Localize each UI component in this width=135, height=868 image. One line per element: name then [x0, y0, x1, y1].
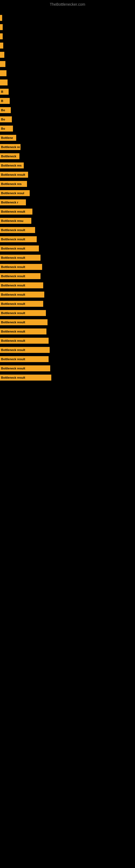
bar-row: Bottleneck resu: [0, 217, 135, 225]
bar-label: Bottleneck result: [1, 311, 25, 315]
result-bar: [0, 52, 4, 58]
result-bar: Bottleneck result: [0, 365, 50, 371]
bar-label: Bottleneck result: [1, 348, 25, 351]
result-bar: Bottleneck res: [0, 181, 27, 187]
bar-row: Bottleneck result: [0, 226, 135, 234]
bar-label: Bo: [1, 108, 5, 112]
bar-row: Bottleneck result: [0, 171, 135, 179]
bar-label: Bottleneck result: [1, 330, 25, 333]
bar-label: Bottleneck result: [1, 275, 25, 278]
bar-row: Bottleneck result: [0, 236, 135, 243]
bar-label: B: [1, 99, 3, 102]
result-bar: [0, 80, 8, 86]
result-bar: [0, 42, 3, 49]
result-bar: Bottleneck result: [0, 329, 46, 335]
bar-row: Bottlene: [0, 134, 135, 142]
bar-row: Bottleneck res: [0, 180, 135, 188]
bar-row: B: [0, 88, 135, 95]
result-bar: Bottleneck result: [0, 246, 39, 251]
bar-row: B: [0, 97, 135, 105]
bar-row: Bo: [0, 116, 135, 123]
bar-label: Bottleneck re: [1, 145, 20, 149]
bar-row: Bottleneck result: [0, 272, 135, 280]
result-bar: Bottleneck result: [0, 347, 50, 353]
bar-row: Bottleneck result: [0, 365, 135, 372]
result-bar: Bo: [0, 126, 13, 131]
bar-row: Bottleneck result: [0, 300, 135, 308]
result-bar: Bottleneck result: [0, 227, 35, 233]
bar-label: Bottleneck result: [1, 173, 25, 176]
bar-label: Bottleneck resu: [1, 219, 24, 222]
bar-row: Bottleneck: [0, 152, 135, 160]
bar-label: B: [1, 90, 3, 93]
bar-label: Bottleneck result: [1, 293, 25, 296]
bar-row: [0, 60, 135, 68]
bar-label: Bottleneck result: [1, 210, 25, 213]
bar-row: Bottleneck result: [0, 318, 135, 326]
result-bar: Bottleneck resul: [0, 190, 30, 196]
result-bar: [0, 70, 6, 76]
result-bar: Bottleneck result: [0, 209, 32, 215]
result-bar: Bottleneck result: [0, 338, 49, 344]
result-bar: Bottleneck result: [0, 319, 48, 325]
result-bar: [0, 24, 3, 30]
bar-row: Bottleneck result: [0, 245, 135, 252]
result-bar: B: [0, 89, 9, 95]
site-title: TheBottlenecker.com: [0, 0, 135, 9]
result-bar: Bottleneck result: [0, 172, 28, 178]
bar-row: Bottleneck result: [0, 208, 135, 215]
bar-label: Bo: [1, 127, 5, 130]
bar-row: Bottleneck res: [0, 162, 135, 169]
bar-row: Bottleneck result: [0, 263, 135, 271]
bar-label: Bottleneck result: [1, 321, 25, 324]
result-bar: Bottleneck result: [0, 375, 51, 380]
result-bar: Bo: [0, 116, 12, 122]
bar-row: Bo: [0, 106, 135, 114]
bar-row: [0, 23, 135, 31]
bar-label: Bottleneck resul: [1, 191, 24, 195]
bar-label: Bottleneck: [1, 155, 16, 158]
bar-label: Bottleneck result: [1, 284, 25, 287]
bar-label: Bottleneck result: [1, 302, 25, 305]
bar-label: Bottleneck res: [1, 182, 21, 186]
bar-row: Bottleneck result: [0, 282, 135, 289]
bar-row: Bottleneck r: [0, 198, 135, 206]
bar-label: Bottleneck res: [1, 164, 21, 167]
bar-label: Bottleneck result: [1, 358, 25, 361]
result-bar: Bottlene: [0, 135, 16, 141]
bar-label: Bottlene: [1, 136, 13, 140]
bar-label: Bottleneck result: [1, 256, 25, 259]
bar-row: Bo: [0, 125, 135, 132]
bar-label: Bottleneck r: [1, 201, 18, 204]
bar-row: [0, 14, 135, 22]
result-bar: Bottleneck result: [0, 273, 41, 279]
bar-row: [0, 42, 135, 50]
bar-label: Bottleneck result: [1, 339, 25, 342]
result-bar: Bottleneck: [0, 153, 19, 159]
bar-row: Bottleneck result: [0, 337, 135, 344]
result-bar: Bottleneck res: [0, 162, 24, 168]
bar-row: [0, 79, 135, 86]
bars-container: BBBoBoBoBottleneBottleneck reBottleneckB…: [0, 9, 135, 383]
result-bar: Bottleneck resu: [0, 218, 31, 224]
result-bar: [0, 61, 5, 67]
bar-label: Bottleneck result: [1, 228, 25, 231]
bar-row: [0, 33, 135, 40]
bar-label: Bottleneck result: [1, 376, 25, 379]
bar-row: [0, 51, 135, 59]
result-bar: Bottleneck result: [0, 291, 44, 298]
bar-row: Bottleneck result: [0, 355, 135, 363]
bar-row: Bottleneck result: [0, 328, 135, 335]
result-bar: Bottleneck r: [0, 199, 26, 205]
result-bar: Bottleneck result: [0, 310, 46, 316]
bar-row: Bottleneck result: [0, 309, 135, 317]
result-bar: Bottleneck result: [0, 301, 43, 307]
bar-row: Bottleneck result: [0, 291, 135, 299]
result-bar: Bottleneck result: [0, 264, 42, 270]
result-bar: Bo: [0, 107, 11, 113]
result-bar: Bottleneck re: [0, 144, 20, 150]
result-bar: [0, 15, 2, 21]
bar-label: Bottleneck result: [1, 265, 25, 269]
result-bar: Bottleneck result: [0, 255, 41, 261]
bar-label: Bo: [1, 118, 5, 121]
